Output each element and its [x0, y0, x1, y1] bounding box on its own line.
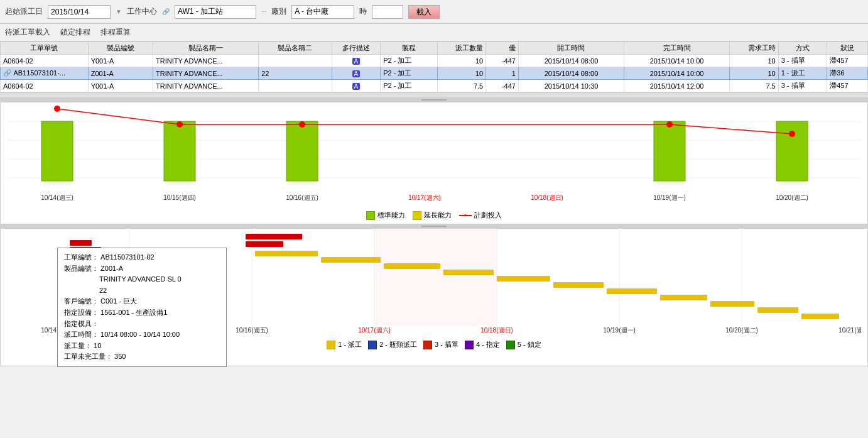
gantt-bar-red-1: [246, 234, 302, 239]
gantt-bar-r-top: [70, 240, 92, 246]
plan-dot-6: [666, 121, 673, 128]
tooltip-remain: 工單未完工量： 350: [64, 351, 220, 363]
svg-rect-10: [374, 229, 497, 326]
col-header-endtime: 完工時間: [624, 42, 730, 55]
tooltip-customer-value: C001 - 巨大: [100, 297, 137, 305]
workcenter-more-icon[interactable]: ···: [261, 8, 266, 15]
legend-extended-label: 延長能力: [424, 211, 452, 220]
gantt-xaxis-5: 10/19(週一): [603, 327, 636, 334]
table-cell: 10: [437, 55, 486, 67]
factory-input[interactable]: [291, 5, 354, 19]
legend-standard-label: 標準能力: [377, 211, 405, 220]
tooltip-workorder-label: 工單編號：: [64, 253, 99, 261]
link-icon: 🔗: [162, 8, 170, 15]
dispatch-load-button[interactable]: 待派工單載入: [5, 27, 50, 38]
xaxis-label-6: 10/19(週一): [653, 194, 686, 201]
col-header-method: 方式: [778, 42, 827, 55]
tooltip-time-value: 10/14 08:00 - 10/14 10:00: [100, 331, 180, 338]
table-cell: P2 - 加工: [381, 55, 438, 67]
table-cell: 2015/10/14 12:00: [624, 80, 730, 92]
gantt-bar-y-2: [321, 257, 381, 263]
table-cell: 2015/10/14 10:00: [624, 67, 730, 80]
table-cell: 1: [486, 67, 519, 80]
xaxis-label-3: 10/16(週五): [286, 194, 318, 201]
plan-dot-1: [54, 106, 60, 112]
legend-plan-label: 計劃投入: [474, 211, 502, 220]
col-header-process: 製程: [381, 42, 438, 55]
gantt-chart-container: 工單編號： AB115073101-02 製品編號： Z001-A TRINIT…: [0, 228, 868, 366]
legend-dispatch-label: 1 - 派工: [338, 340, 362, 349]
col-header-starttime: 開工時間: [518, 42, 624, 55]
col-header-prodname1: 製品名稱一: [153, 42, 259, 55]
gantt-bar-y-5: [497, 276, 550, 282]
table-row[interactable]: A0604-02Y001-ATRINITY ADVANCE...AP2 - 加工…: [1, 55, 868, 67]
tooltip-workorder: 工單編號： AB115073101-02: [64, 252, 220, 263]
tooltip-tool-label: 指定模具：: [64, 320, 99, 327]
gantt-bar-y-1: [255, 251, 318, 256]
tooltip-prodname2: 22: [64, 285, 220, 297]
legend-standard: 標準能力: [366, 211, 405, 220]
legend-assign-box: [465, 341, 474, 349]
legend-lock: 5 - 鎖定: [506, 340, 541, 349]
gantt-bar-y-3: [384, 263, 440, 269]
col-header-reqtime: 需求工時: [730, 42, 779, 55]
factory-label: 廠別: [271, 6, 286, 17]
tooltip-tool: 指定模具：: [64, 319, 220, 330]
col-header-status: 狀況: [827, 42, 868, 55]
table-scrollbar-h[interactable]: [0, 92, 868, 97]
gantt-xaxis-3: 10/17(週六): [358, 327, 391, 334]
table-cell: 10: [730, 55, 779, 67]
table-cell: 2015/10/14 08:00: [518, 55, 624, 67]
table-cell: 2015/10/14 10:00: [624, 55, 730, 67]
tooltip-customer-label: 客戶編號：: [64, 297, 99, 305]
workcenter-input[interactable]: [175, 5, 256, 19]
col-header-qty: 派工數量: [437, 42, 486, 55]
table-cell: A: [332, 67, 381, 80]
start-date-input[interactable]: [48, 5, 111, 19]
action-bar: 待派工單載入 鎖定排程 排程重算: [0, 24, 868, 41]
table-cell: -447: [486, 55, 519, 67]
table-cell: TRINITY ADVANCE...: [153, 67, 259, 80]
col-header-prodcode: 製品編號: [88, 42, 153, 55]
legend-insert: 3 - 插單: [423, 340, 458, 349]
legend-bottleneck-box: [368, 341, 377, 349]
tooltip-equipment-value: 1561-001 - 生產設備1: [100, 309, 167, 316]
time-input[interactable]: [372, 5, 403, 19]
table-cell: 2015/10/14 08:00: [518, 67, 624, 80]
table-cell: 7.5: [730, 80, 779, 92]
table-row[interactable]: 🔗 AB115073101-...Z001-ATRINITY ADVANCE..…: [1, 67, 868, 80]
tooltip-qty-value: 10: [94, 342, 101, 349]
gantt-bar-red-2: [246, 241, 283, 247]
table-cell: 7.5: [437, 80, 486, 92]
tooltip-customer: 客戶編號： C001 - 巨大: [64, 296, 220, 307]
lock-schedule-button[interactable]: 鎖定排程: [60, 27, 90, 38]
legend-bottleneck-label: 2 - 瓶頸派工: [379, 340, 417, 349]
table-cell: [259, 80, 332, 92]
capacity-chart-container: 10/14(週三) 10/15(週四) 10/16(週五) 10/17(週六) …: [0, 102, 868, 224]
recalc-button[interactable]: 排程重算: [100, 27, 131, 38]
table-row[interactable]: A0604-02Y001-ATRINITY ADVANCE...AP2 - 加工…: [1, 80, 868, 92]
workcenter-label: 工作中心: [127, 6, 157, 17]
load-button[interactable]: 載入: [408, 5, 440, 19]
cap-bar-3: [286, 121, 318, 181]
tooltip-prodcode-value: Z001-A: [100, 265, 123, 272]
legend-assign-label: 4 - 指定: [476, 340, 500, 349]
tooltip-prodcode-label: 製品編號：: [64, 265, 99, 272]
gantt-bar-y-11: [801, 314, 839, 319]
date-dropdown-icon[interactable]: ▼: [116, 8, 122, 15]
col-header-workorder: 工單單號: [1, 42, 89, 55]
gantt-xaxis-6: 10/20(週二): [725, 327, 758, 334]
capacity-legend: 標準能力 延長能力 計劃投入: [1, 208, 867, 222]
tooltip-workorder-value: AB115073101-02: [100, 253, 155, 261]
tooltip-prodname: TRINITY ADVANCED SL 0: [64, 274, 220, 285]
gantt-bar-y-7: [607, 288, 657, 294]
multiline-badge: A: [352, 83, 361, 90]
col-header-multiline: 多行描述: [332, 42, 381, 55]
table-cell: TRINITY ADVANCE...: [153, 55, 259, 67]
table-cell: A0604-02: [1, 80, 89, 92]
tooltip-time-label: 派工時間：: [64, 331, 99, 338]
table-cell: A: [332, 55, 381, 67]
gantt-bar-y-10: [757, 307, 798, 313]
table-cell: 3 - 插單: [778, 55, 827, 67]
legend-plan: 計劃投入: [459, 211, 502, 220]
